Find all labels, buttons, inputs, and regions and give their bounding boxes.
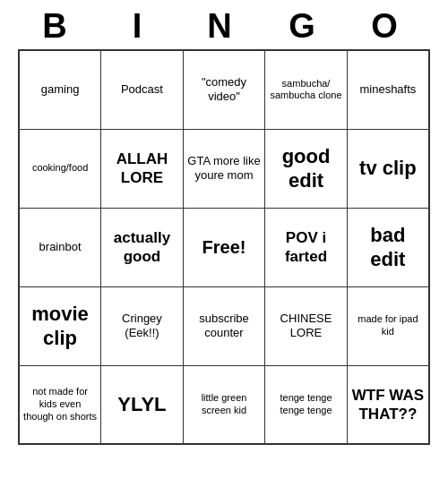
- cell-2-0: brainbot: [19, 208, 101, 286]
- bingo-letter: O: [353, 7, 425, 46]
- bingo-letter: I: [106, 7, 177, 46]
- cell-4-2: little green screen kid: [183, 365, 264, 444]
- cell-0-4: mineshafts: [347, 50, 429, 129]
- cell-1-0: cooking/food: [19, 129, 101, 208]
- bingo-grid: gamingPodcast"comedy video"sambucha/ sam…: [18, 49, 430, 445]
- cell-2-1: actually good: [101, 208, 184, 286]
- cell-4-1: YLYL: [101, 365, 184, 444]
- cell-1-4: tv clip: [347, 129, 429, 208]
- cell-4-0: not made for kids even though on shorts: [19, 365, 101, 444]
- cell-0-0: gaming: [19, 50, 101, 129]
- bingo-title: BINGO: [18, 0, 430, 49]
- cell-3-3: CHINESE LORE: [265, 286, 348, 365]
- cell-1-2: GTA more like youre mom: [183, 129, 264, 208]
- cell-4-3: tenge tenge tenge tenge: [265, 365, 348, 444]
- cell-2-3: POV i farted: [265, 208, 348, 286]
- cell-1-3: good edit: [265, 129, 348, 208]
- cell-4-4: WTF WAS THAT??: [347, 365, 429, 444]
- cell-2-2: Free!: [183, 208, 264, 286]
- cell-3-2: subscribe counter: [183, 286, 264, 365]
- cell-0-3: sambucha/ sambucha clone: [265, 50, 348, 129]
- bingo-letter: B: [23, 7, 95, 46]
- cell-2-4: bad edit: [347, 208, 429, 286]
- bingo-letter: G: [271, 7, 342, 46]
- cell-3-4: made for ipad kid: [347, 286, 429, 365]
- cell-0-2: "comedy video": [183, 50, 264, 129]
- cell-3-1: Cringey (Eek!!): [101, 286, 184, 365]
- cell-1-1: ALLAH LORE: [101, 129, 184, 208]
- cell-0-1: Podcast: [101, 50, 184, 129]
- bingo-letter: N: [188, 7, 260, 46]
- cell-3-0: movie clip: [19, 286, 101, 365]
